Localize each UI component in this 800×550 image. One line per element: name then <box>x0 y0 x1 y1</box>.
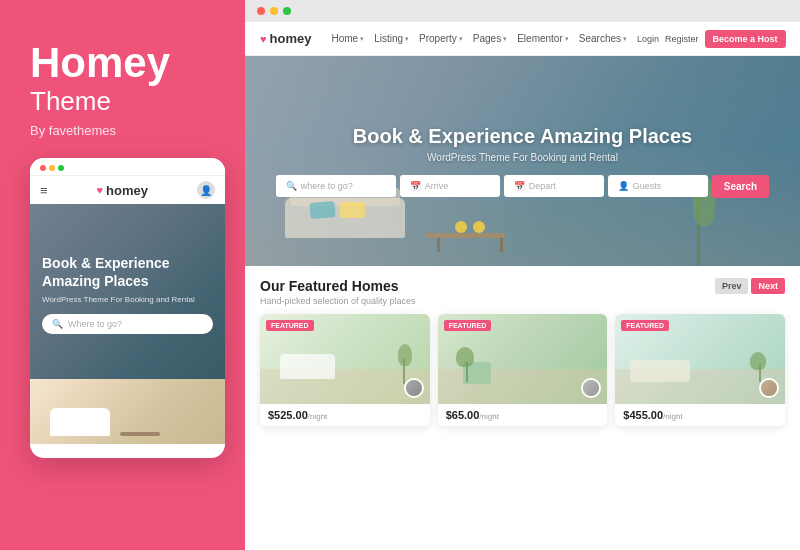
mobile-dot-green <box>58 165 64 171</box>
property-card[interactable]: FEATURED $525.00/night <box>260 314 430 426</box>
avatar-img-2 <box>583 380 599 396</box>
host-button[interactable]: Become a Host <box>705 30 786 48</box>
mobile-img-strip <box>30 379 225 444</box>
sofa-decoration <box>50 408 110 436</box>
web-logo[interactable]: ♥ homey <box>260 31 311 46</box>
featured-title-area: Our Featured Homes Hand-picked selection… <box>260 278 416 306</box>
website-preview: ♥ homey Home ▾ Listing ▾ Property ▾ Page… <box>245 22 800 550</box>
nav-link-home[interactable]: Home ▾ <box>331 33 364 44</box>
chevron-down-icon: ▾ <box>503 35 507 43</box>
card-avatar-1 <box>404 378 424 398</box>
plant-leaf-3 <box>750 352 766 370</box>
web-nav-actions: Login Register Become a Host <box>637 30 786 48</box>
pillow-yellow <box>340 202 365 218</box>
browser-chrome <box>245 0 800 22</box>
mobile-chrome <box>30 158 225 176</box>
web-hero: Book & Experience Amazing Places WordPre… <box>245 56 800 266</box>
left-panel: Homey Theme By favethemes ≡ ♥ homey 👤 Bo… <box>0 0 245 550</box>
nav-link-searches[interactable]: Searches ▾ <box>579 33 627 44</box>
search-button[interactable]: Search <box>712 175 769 198</box>
person-icon: 👤 <box>618 181 629 191</box>
property-card-3[interactable]: FEATURED $455.00/night <box>615 314 785 426</box>
price-unit-1: /night <box>308 412 328 421</box>
featured-title: Our Featured Homes <box>260 278 416 294</box>
register-link[interactable]: Register <box>665 34 699 44</box>
card-price-bar-2: $65.00/night <box>438 404 608 426</box>
browser-dot-green <box>283 7 291 15</box>
plant-leaf-2 <box>456 347 474 367</box>
chevron-down-icon: ▾ <box>459 35 463 43</box>
mobile-hero-title: Book & Experience Amazing Places <box>42 254 213 290</box>
web-logo-text: homey <box>270 31 312 46</box>
mobile-dots <box>40 165 64 171</box>
price-unit-3: /night <box>663 412 683 421</box>
search-arrive-field[interactable]: 📅 Arrive <box>400 175 500 197</box>
featured-nav: Prev Next <box>715 278 785 294</box>
avatar-img-1 <box>406 380 422 396</box>
hero-content: Book & Experience Amazing Places WordPre… <box>353 125 692 163</box>
table-leg-2 <box>500 238 503 252</box>
theme-author: By favethemes <box>30 123 215 138</box>
card-image-2: FEATURED <box>438 314 608 404</box>
table-decoration <box>120 432 160 436</box>
pillow-blue <box>309 201 335 219</box>
plant-in-room <box>456 347 478 382</box>
card-tag-3: FEATURED <box>621 320 669 331</box>
search-guests-field[interactable]: 👤 Guests <box>608 175 708 197</box>
card-price-bar-3: $455.00/night <box>615 404 785 426</box>
theme-subtitle: Theme <box>30 86 215 117</box>
price-unit-2: /night <box>479 412 499 421</box>
mobile-preview: ≡ ♥ homey 👤 Book & Experience Amazing Pl… <box>30 158 225 458</box>
mobile-user-icon: 👤 <box>197 181 215 199</box>
guests-placeholder: Guests <box>633 181 662 191</box>
mobile-search-icon: 🔍 <box>52 319 63 329</box>
property-cards: FEATURED $525.00/night <box>260 314 785 426</box>
chevron-down-icon: ▾ <box>565 35 569 43</box>
card-image-3: FEATURED <box>615 314 785 404</box>
hero-search-bar: 🔍 where to go? 📅 Arrive 📅 Depart 👤 Guest… <box>276 175 769 198</box>
mobile-hero: Book & Experience Amazing Places WordPre… <box>30 204 225 379</box>
web-nav: ♥ homey Home ▾ Listing ▾ Property ▾ Page… <box>245 22 800 56</box>
browser-dot-yellow <box>270 7 278 15</box>
next-button[interactable]: Next <box>751 278 785 294</box>
theme-title: Homey <box>30 40 215 86</box>
mobile-search-bar[interactable]: 🔍 Where to go? <box>42 314 213 334</box>
depart-placeholder: Depart <box>529 181 556 191</box>
nav-link-pages[interactable]: Pages ▾ <box>473 33 507 44</box>
mobile-logo-text: homey <box>106 183 148 198</box>
avatar-img-3 <box>761 380 777 396</box>
hero-title: Book & Experience Amazing Places <box>353 125 692 148</box>
card-tag-1: FEATURED <box>266 320 314 331</box>
nav-link-listing[interactable]: Listing ▾ <box>374 33 409 44</box>
calendar-icon: 📅 <box>410 181 421 191</box>
calendar-depart-icon: 📅 <box>514 181 525 191</box>
fruit-deco <box>455 221 467 233</box>
right-panel: ♥ homey Home ▾ Listing ▾ Property ▾ Page… <box>245 0 800 550</box>
plant-sm-1 <box>398 344 410 384</box>
search-where-field[interactable]: 🔍 where to go? <box>276 175 396 197</box>
card-avatar-3 <box>759 378 779 398</box>
mobile-logo: ♥ homey <box>97 183 148 198</box>
web-nav-links: Home ▾ Listing ▾ Property ▾ Pages ▾ Elem… <box>331 33 627 44</box>
plant-leaf-sm <box>398 344 412 366</box>
login-link[interactable]: Login <box>637 34 659 44</box>
card-price-bar-1: $525.00/night <box>260 404 430 426</box>
chevron-down-icon: ▾ <box>405 35 409 43</box>
mobile-nav: ≡ ♥ homey 👤 <box>30 176 225 204</box>
search-depart-field[interactable]: 📅 Depart <box>504 175 604 197</box>
chevron-down-icon: ▾ <box>623 35 627 43</box>
featured-subtitle: Hand-picked selection of quality places <box>260 296 416 306</box>
property-card-2[interactable]: FEATURED $65.00/night <box>438 314 608 426</box>
chevron-down-icon: ▾ <box>360 35 364 43</box>
nav-link-property[interactable]: Property ▾ <box>419 33 463 44</box>
where-placeholder: where to go? <box>301 181 353 191</box>
hamburger-icon: ≡ <box>40 183 48 198</box>
arrive-placeholder: Arrive <box>425 181 449 191</box>
card-price-3: $455.00/night <box>623 409 682 421</box>
card-price-1: $525.00/night <box>268 409 327 421</box>
heart-icon: ♥ <box>97 184 104 196</box>
nav-link-elementor[interactable]: Elementor ▾ <box>517 33 569 44</box>
sofa-small-1 <box>280 354 335 379</box>
mobile-dot-yellow <box>49 165 55 171</box>
prev-button[interactable]: Prev <box>715 278 749 294</box>
